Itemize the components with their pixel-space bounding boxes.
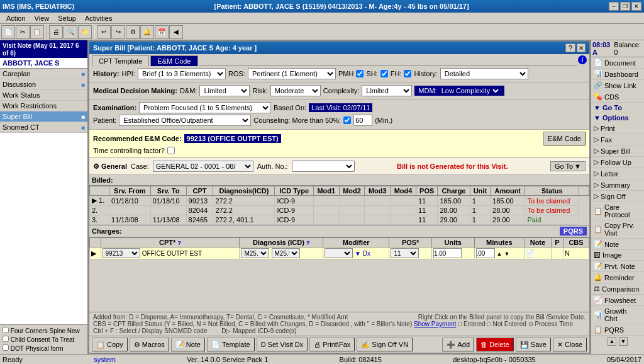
time-factor-checkbox[interactable] xyxy=(167,147,175,154)
tab-cpt-template[interactable]: CPT Template xyxy=(92,55,149,66)
right-nav-showlink[interactable]: 🔗 Show Link xyxy=(591,80,644,91)
right-nav-comparison[interactable]: ⚖ Comparison xyxy=(591,283,644,295)
close-app-button[interactable]: ✕ xyxy=(631,2,641,11)
case-select[interactable]: GENERAL 02 - 0001 - 08/ xyxy=(153,161,253,172)
sign-off-vn-button[interactable]: ✍ Sign Off VN xyxy=(357,338,413,351)
right-nav-pqrs[interactable]: 📋 PQRS xyxy=(591,324,644,336)
toolbar-btn-1[interactable]: 📄 xyxy=(1,25,15,39)
show-payment-link[interactable]: Show Payment xyxy=(414,321,456,327)
right-nav-flowsheet[interactable]: 📈 Flowsheet xyxy=(591,295,644,306)
footer-checkbox-3[interactable] xyxy=(3,344,9,351)
menu-view[interactable]: View xyxy=(31,14,53,23)
dialog-close-button[interactable]: ✕ xyxy=(577,43,586,52)
minutes-input[interactable] xyxy=(476,248,495,258)
down-arrow[interactable]: ▼ xyxy=(504,251,510,257)
note-button[interactable]: 📝 Note xyxy=(171,338,205,351)
patient-select[interactable]: Established Office/Outpatient xyxy=(119,115,251,126)
right-nav-print[interactable]: ▷ Print xyxy=(591,123,644,134)
exam-select[interactable]: Problem Focused (1 to 5 Elements) xyxy=(139,102,271,113)
add-button[interactable]: ➕ Add xyxy=(442,338,474,351)
right-nav-letter[interactable]: ▷ Letter xyxy=(591,168,644,179)
footer-item-2[interactable]: Child Consent To Treat xyxy=(1,335,86,344)
ros-select[interactable]: Pertinent (1 Element) xyxy=(248,68,336,79)
right-section-options[interactable]: ▼ Options xyxy=(591,113,644,123)
tab-em-code[interactable]: E&M Code xyxy=(150,55,197,66)
right-nav-reminder[interactable]: 🔔 Reminder xyxy=(591,272,644,283)
units-input[interactable] xyxy=(433,248,462,258)
copy-button[interactable]: 📋 Copy xyxy=(92,338,128,351)
pos-select[interactable]: 11 xyxy=(391,248,419,258)
save-button[interactable]: 💾 Save xyxy=(516,338,551,351)
scroll-up-btn[interactable]: ▲ xyxy=(608,337,616,346)
nav-snomed[interactable]: Snomed CT ■ xyxy=(0,122,87,133)
em-code-button[interactable]: E&M Code xyxy=(543,132,586,145)
set-visit-dx-button[interactable]: D Set Visit Dx xyxy=(257,338,308,351)
right-nav-prvtnote[interactable]: 📝 Prvt. Note xyxy=(591,261,644,272)
menu-action[interactable]: Action xyxy=(3,14,30,23)
up-arrow[interactable]: ▲ xyxy=(497,251,502,257)
footer-item-1[interactable]: Four Corners Spine New xyxy=(1,326,86,335)
toolbar-btn-6[interactable]: 📁 xyxy=(78,25,92,39)
counseling-checkbox[interactable] xyxy=(343,117,351,124)
nav-careplan[interactable]: Careplan ■ xyxy=(0,69,87,79)
footer-item-3[interactable]: DOT Physical form xyxy=(1,344,86,353)
history-select[interactable]: Detailed xyxy=(440,68,528,79)
modifier-select[interactable] xyxy=(325,248,353,258)
toolbar-btn-10[interactable]: 🔔 xyxy=(140,25,154,39)
billed-row-2[interactable]: 2. 82044 272.2 ICD-9 xyxy=(90,206,589,215)
toolbar-btn-5[interactable]: 🔍 xyxy=(64,25,77,39)
go-to-button[interactable]: Go To ▼ xyxy=(550,161,586,171)
scroll-down-btn[interactable]: ▼ xyxy=(619,337,628,346)
right-nav-note[interactable]: 📝 Note xyxy=(591,239,644,250)
counseling-min-input[interactable] xyxy=(353,115,372,126)
close-dialog-button[interactable]: ✕ Close xyxy=(553,338,587,351)
right-nav-summary[interactable]: ▷ Summary xyxy=(591,179,644,191)
right-nav-superbill[interactable]: ▷ Super Bill xyxy=(591,145,644,157)
fh-checkbox[interactable] xyxy=(404,70,411,77)
toolbar-btn-4[interactable]: 🖨 xyxy=(49,25,63,39)
auth-select[interactable] xyxy=(292,161,355,172)
complexity-select[interactable]: Limited xyxy=(362,85,412,96)
dm-select[interactable]: Limited xyxy=(199,85,250,96)
dialog-help-button[interactable]: ? xyxy=(565,43,575,52)
dx-btn[interactable]: ▼ Dx xyxy=(355,250,370,257)
charge-row-1[interactable]: ▶ 99213 OFFICE OUTPT EST M25.511 M25.512 xyxy=(90,247,589,259)
restore-button[interactable]: ❐ xyxy=(620,2,630,11)
toolbar-btn-7[interactable]: ↩ xyxy=(97,25,111,39)
nav-super-bill[interactable]: Super Bill ■ xyxy=(0,111,87,122)
billed-row-3[interactable]: 3. 11/13/08 11/13/08 82465 272.2, 401.1 … xyxy=(90,215,589,225)
macros-button[interactable]: ⚙ Macros xyxy=(130,338,169,351)
nav-discussion[interactable]: Discussion ■ xyxy=(0,79,87,90)
toolbar-btn-2[interactable]: ✂ xyxy=(16,25,30,39)
billed-table-wrapper[interactable]: Srv. From Srv. To CPT Diagnosis(ICD) ICD… xyxy=(89,186,589,225)
template-button[interactable]: 📄 Template xyxy=(207,338,255,351)
nav-work-restrictions[interactable]: Work Restrictions xyxy=(0,101,87,111)
right-nav-document[interactable]: 📄 Document xyxy=(591,57,644,69)
right-section-goto[interactable]: ▼ Go To xyxy=(591,103,644,113)
diag1-select[interactable]: M25.511 xyxy=(241,248,269,258)
right-nav-image[interactable]: 🖼 Image xyxy=(591,250,644,261)
menu-activities[interactable]: Activities xyxy=(81,14,116,23)
right-nav-cds[interactable]: 💊 CDS xyxy=(591,91,644,103)
billed-row-1[interactable]: ▶ 1. 01/18/10 01/18/10 99213 272.2 ICD-9 xyxy=(90,196,589,206)
toolbar-btn-3[interactable]: 📋 xyxy=(30,25,44,39)
delete-button[interactable]: 🗑 Delete xyxy=(476,338,514,351)
risk-select[interactable]: Moderate xyxy=(270,85,321,96)
nav-work-status[interactable]: Work Status xyxy=(0,90,87,101)
sh-checkbox[interactable] xyxy=(380,70,388,77)
right-nav-fax[interactable]: ▷ Fax xyxy=(591,134,644,145)
hpi-select[interactable]: Brief (1 to 3 Elements) xyxy=(138,68,226,79)
toolbar-btn-12[interactable]: ◀ xyxy=(169,25,183,39)
minimize-button[interactable]: − xyxy=(609,2,619,11)
right-nav-careprotocol[interactable]: 📋 Care Protocol xyxy=(591,202,644,220)
right-nav-growthchart[interactable]: 📊 Growth Chrt xyxy=(591,306,644,324)
toolbar-btn-9[interactable]: ⚙ xyxy=(126,25,140,39)
menu-setup[interactable]: Setup xyxy=(54,14,80,23)
footer-checkbox-1[interactable] xyxy=(3,327,9,333)
cpt-select[interactable]: 99213 xyxy=(103,248,140,258)
toolbar-btn-11[interactable]: 📅 xyxy=(155,25,169,39)
pmh-checkbox[interactable] xyxy=(356,70,364,77)
right-nav-followup[interactable]: ▷ Follow Up xyxy=(591,157,644,168)
right-nav-dashboard[interactable]: 📊 Dashboard xyxy=(591,69,644,80)
toolbar-btn-8[interactable]: ↪ xyxy=(111,25,125,39)
